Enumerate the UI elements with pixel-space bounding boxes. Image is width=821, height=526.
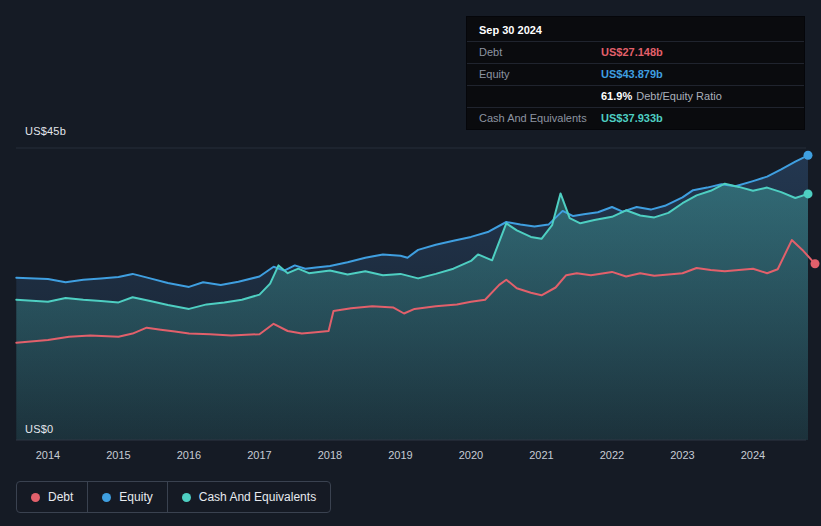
tooltip-row-equity: Equity US$43.879b [467,63,804,85]
x-axis: 2014201520162017201820192020202120222023… [0,449,821,465]
y-axis-min-label: US$0 [25,423,53,435]
chart-legend: Debt Equity Cash And Equivalents [16,481,331,513]
tooltip-row-cash: Cash And Equivalents US$37.933b [467,107,804,129]
tooltip-ratio-value: 61.9% [601,90,632,103]
equity-legend-dot-icon [102,493,111,502]
legend-cash-label: Cash And Equivalents [199,490,316,504]
tooltip-date: Sep 30 2024 [467,17,804,41]
legend-equity-label: Equity [119,490,152,504]
tooltip-equity-label: Equity [479,68,601,81]
x-axis-label-2018: 2018 [310,449,350,461]
x-axis-label-2019: 2019 [381,449,421,461]
tooltip-cash-label: Cash And Equivalents [479,112,601,125]
legend-item-equity[interactable]: Equity [87,482,166,512]
debt-equity-chart-panel: US$45b US$0 2014201520162017201820192020… [0,0,821,526]
x-axis-label-2015: 2015 [99,449,139,461]
cash-and-equivalents-end-dot [804,189,813,198]
tooltip-row-ratio: 61.9% Debt/Equity Ratio [467,85,804,107]
tooltip-cash-value: US$37.933b [601,112,663,125]
x-axis-label-2024: 2024 [733,449,773,461]
x-axis-label-2023: 2023 [663,449,703,461]
x-axis-label-2021: 2021 [522,449,562,461]
x-axis-label-2016: 2016 [169,449,209,461]
cash-and-equivalents-area [16,184,808,440]
tooltip-equity-value: US$43.879b [601,68,663,81]
equity-end-dot [804,151,813,160]
y-axis-max-label: US$45b [25,125,66,137]
tooltip-row-debt: Debt US$27.148b [467,41,804,63]
debt-end-dot [811,259,820,268]
x-axis-label-2014: 2014 [28,449,68,461]
x-axis-label-2020: 2020 [451,449,491,461]
cash-legend-dot-icon [182,493,191,502]
x-axis-label-2017: 2017 [240,449,280,461]
legend-debt-label: Debt [48,490,73,504]
tooltip-debt-label: Debt [479,46,601,59]
legend-item-cash[interactable]: Cash And Equivalents [167,482,330,512]
debt-legend-dot-icon [31,493,40,502]
tooltip-ratio-label: Debt/Equity Ratio [636,90,722,103]
data-readout-tooltip: Sep 30 2024 Debt US$27.148b Equity US$43… [466,16,805,130]
x-axis-label-2022: 2022 [592,449,632,461]
tooltip-debt-value: US$27.148b [601,46,663,59]
legend-item-debt[interactable]: Debt [17,482,87,512]
